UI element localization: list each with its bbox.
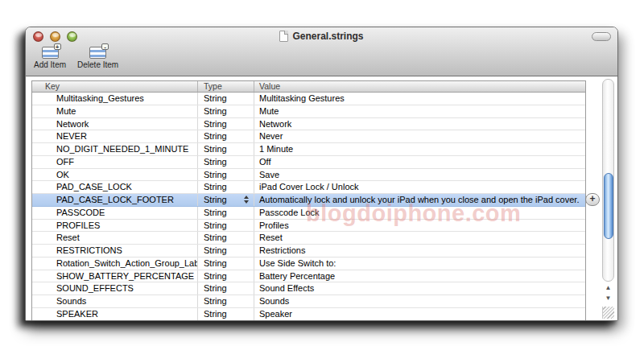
table-row[interactable]: PAD_CASE_LOCK_FOOTER String Automaticall… [32, 194, 585, 207]
window-title: General.strings [292, 31, 363, 42]
table-row[interactable]: PASSCODE String Passcode Lock [32, 207, 585, 220]
type-cell[interactable]: String [197, 181, 254, 193]
value-cell[interactable]: Multitasking Gestures [254, 93, 585, 105]
key-cell[interactable]: PAD_CASE_LOCK [32, 181, 197, 193]
value-cell[interactable]: Speaker [254, 308, 585, 320]
key-cell[interactable]: OK [32, 169, 197, 181]
plist-editor-window: General.strings + Add Item - Delete Item… [25, 27, 618, 321]
table-row[interactable]: NO_DIGIT_NEEDED_1_MINUTE String 1 Minute [32, 143, 585, 156]
strings-table: Key Type Value Multitasking_Gestures Str… [31, 80, 586, 320]
value-cell[interactable]: Off [254, 156, 585, 168]
type-cell[interactable]: String [197, 194, 254, 206]
key-cell[interactable]: Sounds [32, 295, 197, 307]
table-row[interactable]: PAD_CASE_LOCK String iPad Cover Lock / U… [32, 181, 585, 194]
value-cell[interactable]: Sounds [254, 295, 585, 307]
key-cell[interactable]: Mute [32, 105, 197, 117]
add-item-icon: + [42, 47, 59, 59]
value-cell[interactable]: Never [254, 130, 585, 142]
key-cell[interactable]: Reset [32, 232, 197, 244]
key-cell[interactable]: RESTRICTIONS [32, 245, 197, 257]
key-cell[interactable]: SOUND_EFFECTS [32, 282, 197, 295]
table-row[interactable]: NEVER String Never [32, 130, 585, 143]
type-cell[interactable]: String [197, 143, 254, 155]
key-cell[interactable]: Multitasking_Gestures [32, 93, 197, 105]
value-cell[interactable]: Use Side Switch to: [254, 257, 585, 270]
add-row-plus-button[interactable]: + [585, 193, 600, 206]
window-chrome: General.strings + Add Item - Delete Item [26, 27, 617, 76]
table-row[interactable]: Network String Network [32, 118, 585, 131]
value-cell[interactable]: Save [254, 169, 585, 181]
type-cell[interactable]: String [197, 270, 254, 282]
table-row[interactable]: Sounds String Sounds [32, 295, 585, 308]
type-stepper-icon[interactable] [244, 196, 250, 204]
type-cell[interactable]: String [197, 105, 254, 117]
table-row[interactable]: Mute String Mute [32, 105, 585, 118]
key-cell[interactable]: PASSCODE [32, 207, 197, 219]
type-cell[interactable]: String [197, 282, 254, 295]
toolbar: + Add Item - Delete Item [26, 45, 617, 76]
column-header-key[interactable]: Key [32, 81, 197, 92]
type-cell[interactable]: String [197, 257, 254, 270]
table-row[interactable]: SOUND_EFFECTS String Sound Effects [32, 282, 585, 295]
add-item-label: Add Item [34, 60, 66, 69]
type-cell[interactable]: String [197, 169, 254, 181]
table-row[interactable]: Rotation_Switch_Action_Group_Label Strin… [32, 257, 585, 270]
value-cell[interactable]: Automatically lock and unlock your iPad … [254, 194, 585, 206]
type-cell[interactable]: String [197, 118, 254, 130]
table-row[interactable]: OK String Save [32, 169, 585, 182]
value-cell[interactable]: 1 Minute [254, 143, 585, 155]
key-cell[interactable]: NO_DIGIT_NEEDED_1_MINUTE [32, 143, 197, 155]
type-cell[interactable]: String [197, 308, 254, 320]
add-item-button[interactable]: + Add Item [34, 47, 66, 69]
value-cell[interactable]: Reset [254, 232, 585, 244]
delete-item-button[interactable]: - Delete Item [77, 47, 118, 69]
type-cell[interactable]: String [197, 207, 254, 219]
delete-item-icon: - [89, 47, 106, 59]
resize-grip[interactable] [602, 307, 614, 319]
column-header-value[interactable]: Value [254, 81, 585, 92]
table-row[interactable]: Multitasking_Gestures String Multitaskin… [32, 93, 585, 105]
value-cell[interactable]: Passcode Lock [254, 207, 585, 219]
key-cell[interactable]: Network [32, 118, 197, 130]
type-cell[interactable]: String [197, 245, 254, 257]
column-header-type[interactable]: Type [197, 81, 254, 92]
type-cell[interactable]: String [197, 220, 254, 232]
value-cell[interactable]: Mute [254, 105, 585, 117]
document-proxy-icon[interactable] [279, 31, 288, 42]
key-cell[interactable]: NEVER [32, 130, 197, 142]
scroll-up-arrow-icon[interactable]: ▲ [602, 283, 614, 294]
table-row[interactable]: OFF String Off [32, 156, 585, 169]
value-cell[interactable]: Restrictions [254, 245, 585, 257]
scrollbar-track[interactable] [602, 79, 614, 282]
value-cell[interactable]: Network [254, 118, 585, 130]
table-row[interactable]: SHOW_BATTERY_PERCENTAGE String Battery P… [32, 270, 585, 283]
type-cell[interactable]: String [197, 156, 254, 168]
minus-badge-icon: - [101, 43, 109, 50]
value-cell[interactable]: iPad Cover Lock / Unlock [254, 181, 585, 193]
key-cell[interactable]: SPEAKER [32, 308, 197, 320]
delete-item-label: Delete Item [77, 60, 118, 69]
type-cell[interactable]: String [197, 130, 254, 142]
type-cell[interactable]: String [197, 295, 254, 307]
titlebar[interactable]: General.strings [26, 27, 617, 45]
table-row[interactable]: Reset String Reset [32, 232, 585, 245]
toolbar-toggle-capsule[interactable] [592, 32, 611, 41]
value-cell[interactable]: Battery Percentage [254, 270, 585, 282]
type-cell[interactable]: String [197, 232, 254, 244]
scroll-down-arrow-icon[interactable]: ▼ [602, 294, 614, 304]
value-cell[interactable]: Profiles [254, 220, 585, 232]
key-cell[interactable]: Rotation_Switch_Action_Group_Label [32, 257, 197, 270]
key-cell[interactable]: SHOW_BATTERY_PERCENTAGE [32, 270, 197, 282]
table-row[interactable]: RESTRICTIONS String Restrictions [32, 245, 585, 257]
scrollbar-arrows: ▲ ▼ [602, 283, 614, 305]
scrollbar-thumb[interactable] [604, 173, 613, 239]
key-cell[interactable]: PAD_CASE_LOCK_FOOTER [32, 194, 197, 206]
key-cell[interactable]: PROFILES [32, 220, 197, 232]
value-cell[interactable]: Sound Effects [254, 282, 585, 295]
type-cell[interactable]: String [197, 93, 254, 105]
table-row[interactable]: SPEAKER String Speaker [32, 308, 585, 320]
table-body: Multitasking_Gestures String Multitaskin… [32, 93, 585, 320]
content-area: Key Type Value Multitasking_Gestures Str… [26, 77, 617, 320]
table-row[interactable]: PROFILES String Profiles [32, 220, 585, 233]
key-cell[interactable]: OFF [32, 156, 197, 168]
